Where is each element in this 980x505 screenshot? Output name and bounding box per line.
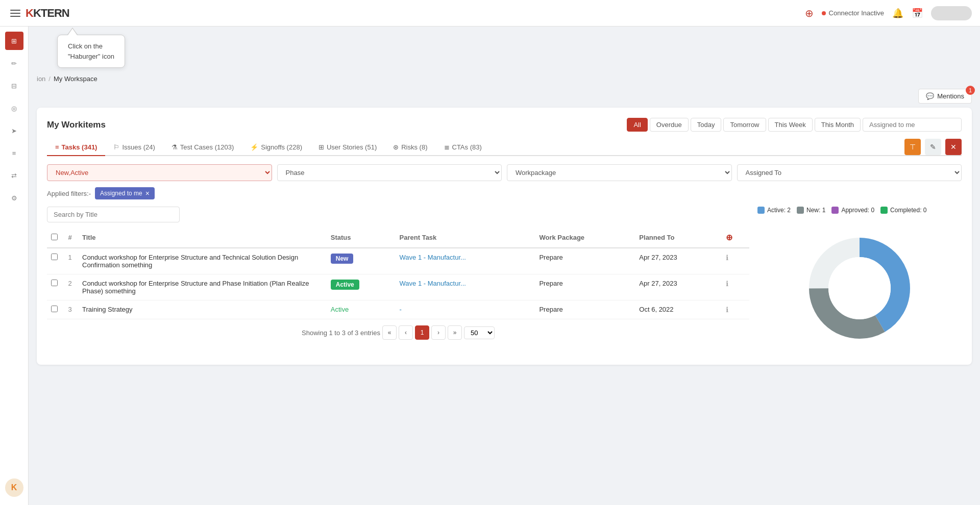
sidebar-item-arrow[interactable]: ➤ (5, 121, 23, 140)
mentions-button[interactable]: 💬 Mentions (918, 89, 972, 104)
row-checkbox-cell (47, 274, 62, 300)
sidebar-item-settings[interactable]: ⚙ (5, 189, 23, 207)
filter-tomorrow[interactable]: Tomorrow (723, 118, 766, 132)
row-checkbox[interactable] (51, 306, 58, 312)
donut-chart-container (757, 222, 962, 355)
breadcrumb-parent[interactable]: ion (37, 75, 45, 83)
page-first[interactable]: « (382, 325, 397, 340)
pagination-showing: Showing 1 to 3 of 3 entries (302, 329, 380, 337)
content-grid: # Title Status Parent Task Work Package … (47, 207, 962, 355)
brand-logo: KKTERN (26, 7, 69, 20)
issues-tab-label: Issues (24) (122, 143, 155, 151)
filter-overdue[interactable]: Overdue (650, 118, 689, 132)
row-number: 2 (62, 274, 78, 300)
row-info: ℹ (722, 300, 749, 319)
tooltip-container: Click on the "Haburger" icon (57, 35, 125, 68)
table-header-row: # Title Status Parent Task Work Package … (47, 228, 749, 248)
sidebar-bottom-logo[interactable]: K (5, 478, 23, 497)
row-parent-task: Wave 1 - Manufactur... (396, 274, 535, 300)
notifications-icon[interactable]: 🔔 (892, 8, 903, 19)
sidebar-item-grid[interactable]: ⊟ (5, 77, 23, 95)
page-prev[interactable]: ‹ (399, 325, 413, 340)
filter-today[interactable]: Today (691, 118, 722, 132)
phase-filter[interactable]: Phase (277, 164, 502, 181)
tooltip-tail-inner (68, 29, 77, 35)
sidebar-item-target[interactable]: ◎ (5, 99, 23, 117)
status-badge-new: New (331, 254, 354, 264)
sidebar-item-home[interactable]: ⊞ (5, 32, 23, 50)
legend-approved-label: Approved: 0 (841, 207, 874, 214)
connector-dot (822, 11, 826, 15)
sidebar-bottom: K (0, 478, 28, 497)
mentions-row: 💬 Mentions 1 (37, 89, 972, 104)
navbar: KKTERN ⊕ Connector Inactive 🔔 📅 (0, 0, 980, 27)
assigned-to-filter[interactable]: Assigned To (737, 164, 962, 181)
user-avatar[interactable] (931, 6, 972, 20)
navbar-right: ⊕ Connector Inactive 🔔 📅 (805, 6, 972, 20)
hamburger-menu[interactable] (8, 8, 22, 19)
filter-tag-remove[interactable]: × (145, 189, 150, 197)
edit-action-btn[interactable]: ✎ (925, 139, 941, 155)
select-all-checkbox[interactable] (51, 234, 58, 240)
row-checkbox[interactable] (51, 254, 58, 260)
page-last[interactable]: » (448, 325, 462, 340)
tab-risks[interactable]: ⊛ Risks (8) (385, 139, 435, 156)
filter-this-week[interactable]: This Week (768, 118, 813, 132)
tab-user-stories[interactable]: ⊞ User Stories (51) (310, 139, 385, 156)
status-text-active: Active (331, 306, 349, 313)
filter-all[interactable]: All (627, 118, 647, 132)
calendar-icon[interactable]: 📅 (912, 8, 923, 19)
row-checkbox[interactable] (51, 280, 58, 286)
signoffs-tab-icon: ⚡ (250, 143, 258, 151)
row-title: Conduct workshop for Enterprise Structur… (78, 274, 327, 300)
add-icon[interactable]: ⊕ (805, 7, 814, 19)
search-input[interactable] (47, 207, 180, 222)
mentions-badge: 1 (966, 86, 975, 95)
table-section: # Title Status Parent Task Work Package … (47, 207, 749, 355)
th-title: Title (78, 228, 327, 248)
sidebar-item-share[interactable]: ⇄ (5, 166, 23, 185)
row-title: Training Strategy (78, 300, 327, 319)
tab-test-cases[interactable]: ⚗ Test Cases (1203) (163, 139, 242, 156)
sidebar: ⊞ ✏ ⊟ ◎ ➤ ≡ ⇄ ⚙ K (0, 27, 29, 505)
tab-tasks[interactable]: ≡ Tasks (341) (47, 139, 105, 156)
page-next[interactable]: › (431, 325, 446, 340)
breadcrumb: ion / My Workspace (37, 75, 972, 83)
home-icon: ⊞ (11, 37, 17, 45)
sidebar-item-list[interactable]: ≡ (5, 144, 23, 162)
row-parent-task: Wave 1 - Manufactur... (396, 248, 535, 274)
user-stories-tab-label: User Stories (51) (327, 143, 377, 151)
add-column-icon[interactable]: ⊕ (726, 233, 732, 242)
tasks-tab-icon: ≡ (55, 143, 59, 151)
filter-this-month[interactable]: This Month (815, 118, 861, 132)
info-icon[interactable]: ℹ (726, 254, 728, 262)
filter-action-btn[interactable]: ⊤ (904, 139, 921, 155)
user-stories-tab-icon: ⊞ (318, 143, 324, 151)
tasks-icon: ✏ (11, 60, 17, 67)
workpackage-filter[interactable]: Workpackage (507, 164, 732, 181)
tab-signoffs[interactable]: ⚡ Signoffs (228) (242, 139, 310, 156)
sidebar-item-tasks[interactable]: ✏ (5, 54, 23, 72)
info-icon[interactable]: ℹ (726, 280, 728, 288)
main-content: Click on the "Haburger" icon ion / My Wo… (29, 27, 980, 505)
tab-issues[interactable]: ⚐ Issues (24) (105, 139, 163, 156)
arrow-icon: ➤ (11, 127, 17, 135)
status-filter[interactable]: New,Active (47, 164, 272, 181)
info-icon[interactable]: ℹ (726, 306, 728, 314)
table-body: 1 Conduct workshop for Enterprise Struct… (47, 248, 749, 319)
th-number: # (62, 228, 78, 248)
tab-ctas[interactable]: ≣ CTAs (83) (436, 139, 490, 156)
page-1[interactable]: 1 (415, 325, 429, 340)
connector-status: Connector Inactive (822, 9, 884, 17)
per-page-select[interactable]: 50 25 100 (464, 326, 495, 339)
row-info: ℹ (722, 274, 749, 300)
issues-tab-icon: ⚐ (113, 143, 119, 151)
legend-active-label: Active: 2 (767, 207, 791, 214)
donut-chart (803, 232, 916, 344)
settings-icon: ⚙ (11, 194, 17, 202)
filter-buttons: All Overdue Today Tomorrow This Week Thi… (627, 118, 962, 132)
close-action-btn[interactable]: ✕ (945, 139, 962, 155)
row-planned-to: Apr 27, 2023 (635, 274, 721, 300)
filter-tag-assigned-to-me: Assigned to me × (95, 187, 155, 199)
assigned-to-me-input[interactable] (863, 118, 962, 132)
